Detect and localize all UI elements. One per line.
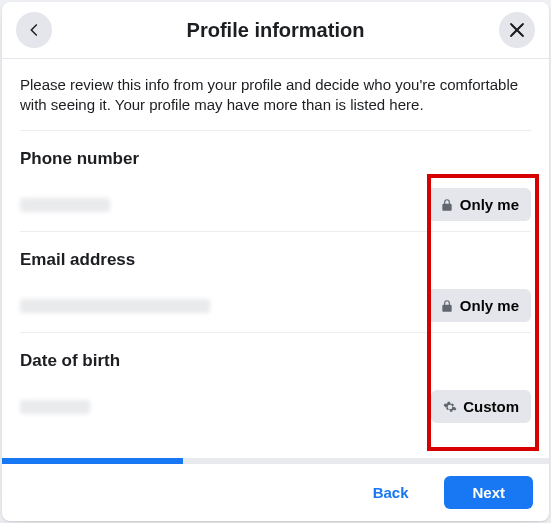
dob-privacy-label: Custom bbox=[463, 398, 519, 415]
dob-privacy-button[interactable]: Custom bbox=[431, 390, 531, 423]
lock-icon bbox=[440, 299, 454, 313]
close-icon bbox=[508, 21, 526, 39]
intro-text: Please review this info from your profil… bbox=[20, 75, 531, 116]
modal-content: Please review this info from your profil… bbox=[2, 59, 549, 452]
phone-value-redacted bbox=[20, 198, 110, 212]
email-value-redacted bbox=[20, 299, 210, 313]
modal-title: Profile information bbox=[52, 19, 499, 42]
arrow-left-icon bbox=[25, 21, 43, 39]
email-privacy-label: Only me bbox=[460, 297, 519, 314]
next-button[interactable]: Next bbox=[444, 476, 533, 509]
gear-icon bbox=[443, 400, 457, 414]
section-email: Email address Only me bbox=[20, 231, 531, 332]
section-phone: Phone number Only me bbox=[20, 130, 531, 231]
section-dob: Date of birth Custom bbox=[20, 332, 531, 433]
phone-privacy-button[interactable]: Only me bbox=[428, 188, 531, 221]
back-button[interactable]: Back bbox=[345, 476, 437, 509]
close-button[interactable] bbox=[499, 12, 535, 48]
back-icon-button[interactable] bbox=[16, 12, 52, 48]
modal-header: Profile information bbox=[2, 2, 549, 59]
modal-footer: Back Next bbox=[2, 464, 549, 521]
phone-label: Phone number bbox=[20, 149, 531, 169]
profile-info-modal: Profile information Please review this i… bbox=[2, 2, 549, 521]
email-privacy-button[interactable]: Only me bbox=[428, 289, 531, 322]
lock-icon bbox=[440, 198, 454, 212]
email-label: Email address bbox=[20, 250, 531, 270]
dob-value-redacted bbox=[20, 400, 90, 414]
dob-label: Date of birth bbox=[20, 351, 531, 371]
phone-privacy-label: Only me bbox=[460, 196, 519, 213]
